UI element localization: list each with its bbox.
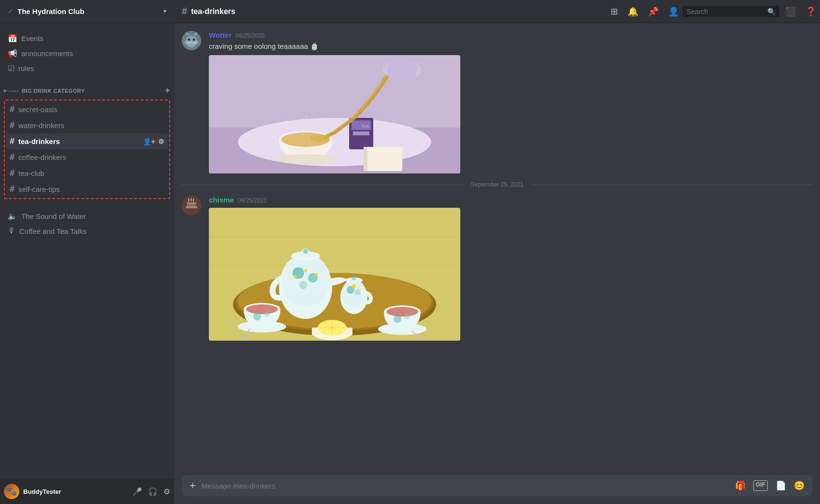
sidebar-item-announcements[interactable]: 📢 announcements (4, 46, 170, 61)
avatar (182, 31, 201, 50)
settings-icon[interactable]: ⚙ (163, 487, 170, 496)
sidebar-item-label: coffee-drinkers (18, 153, 164, 161)
sidebar-item-label: rules (18, 64, 166, 72)
date-separator: September 25, 2021 (182, 181, 812, 188)
hash-icon: # (10, 168, 15, 178)
channel-hash-icon: # (182, 6, 187, 17)
message-content: chisme 09/25/2021 (209, 196, 812, 341)
channel-group-big-drink: # secret-oasis # water-drinkers # tea-dr… (4, 100, 170, 199)
svg-rect-23 (388, 60, 417, 79)
checkbox-icon: ☑ (8, 64, 15, 73)
message-text: craving some oolong teaaaaaa 🍵 (209, 41, 812, 51)
message-timestamp: 09/25/2021 (238, 197, 267, 204)
svg-rect-27 (364, 147, 367, 171)
server-checkmark: ✓ (8, 7, 14, 15)
sidebar-item-label: Events (21, 34, 166, 43)
svg-point-59 (253, 313, 261, 320)
sidebar-item-label: self-care-tips (18, 185, 164, 193)
svg-point-4 (189, 39, 190, 41)
avatar: 🐾 (4, 484, 19, 499)
sidebar-item-label: tea-club (18, 169, 164, 177)
megaphone-icon: 📢 (8, 49, 17, 58)
message-image-oolong: TEA (209, 55, 460, 173)
messages-container: Wotter 06/25/2020 craving some oolong te… (174, 23, 820, 467)
separator-date: September 25, 2021 (471, 181, 524, 188)
sidebar-item-label: tea-drinkers (18, 137, 139, 145)
chat-area: Wotter 06/25/2020 craving some oolong te… (174, 23, 820, 504)
channel-header: # tea-drinkers (174, 0, 611, 23)
sidebar-item-label: announcements (21, 49, 166, 58)
search-bar[interactable]: Search 🔍 (683, 6, 779, 17)
upload-icon[interactable]: 📄 (776, 480, 786, 491)
extra-header-icons: ⬛ ❓ (785, 6, 816, 17)
sidebar-item-tea-club[interactable]: # tea-club (6, 165, 168, 181)
members-icon[interactable]: 👤 (668, 6, 679, 17)
search-icon: 🔍 (767, 8, 776, 15)
emoji-icon[interactable]: 😊 (794, 480, 805, 491)
svg-point-24 (310, 134, 330, 142)
bell-icon[interactable]: 🔔 (628, 6, 638, 17)
message-group: Wotter 06/25/2020 craving some oolong te… (182, 31, 812, 173)
svg-point-60 (264, 311, 270, 317)
sidebar-item-events[interactable]: 📅 Events (4, 31, 170, 46)
channel-header-name: tea-drinkers (191, 7, 235, 16)
voice-channels-section: 🔈 The Sound of Water 🎙 Coffee and Tea Ta… (0, 201, 174, 240)
svg-point-45 (304, 269, 307, 272)
svg-point-54 (352, 284, 356, 288)
svg-point-8 (190, 42, 192, 43)
gift-icon[interactable]: 🎁 (735, 480, 746, 491)
svg-point-65 (386, 307, 418, 317)
svg-rect-26 (364, 147, 402, 171)
inbox-icon[interactable]: ⬛ (785, 6, 796, 17)
gif-button[interactable]: GIF (753, 480, 768, 491)
microphone-icon[interactable]: 🎤 (132, 487, 142, 496)
message-group: chisme 09/25/2021 (182, 196, 812, 341)
user-name: BuddyTester (23, 488, 129, 495)
avatar-image: 🐾 (4, 484, 19, 499)
message-content: Wotter 06/25/2020 craving some oolong te… (209, 31, 812, 173)
svg-point-18 (274, 154, 337, 164)
sidebar-item-coffee-drinkers[interactable]: # coffee-drinkers (6, 149, 168, 165)
calendar-icon: 📅 (8, 34, 17, 43)
sidebar-item-secret-oasis[interactable]: # secret-oasis (6, 101, 168, 117)
hash-icon: # (10, 136, 15, 146)
sidebar-item-label: water-drinkers (18, 121, 164, 130)
category-label: BIG DRINK CATEGORY (22, 88, 85, 94)
sidebar-item-tea-drinkers[interactable]: # tea-drinkers 👤+ ⚙ (6, 133, 168, 149)
message-author: chisme (209, 196, 234, 204)
sidebar-item-rules[interactable]: ☑ rules (4, 61, 170, 76)
message-image-teaset (209, 208, 460, 341)
hash-icon: # (10, 152, 15, 162)
message-input[interactable] (202, 482, 729, 490)
help-icon[interactable]: ❓ (805, 6, 816, 17)
svg-point-70 (417, 337, 423, 340)
category-add-icon[interactable]: + (165, 86, 170, 96)
sidebar-item-self-care-tips[interactable]: # self-care-tips (6, 181, 168, 197)
chat-input-wrapper: + 🎁 GIF 📄 😊 (182, 475, 812, 496)
sidebar-item-label: Coffee and Tea Talks (19, 227, 166, 235)
chevron-down-icon: ▾ (163, 8, 166, 14)
chat-input-icons: 🎁 GIF 📄 😊 (735, 480, 805, 491)
sidebar-item-sound-of-water[interactable]: 🔈 The Sound of Water (4, 209, 170, 224)
svg-rect-30 (187, 202, 196, 204)
message-timestamp: 06/25/2020 (235, 32, 264, 39)
hash-icon: # (10, 120, 15, 130)
hash-icon: # (10, 104, 15, 115)
sidebar-top-section: 📅 Events 📢 announcements ☑ rules (0, 23, 174, 78)
add-attachment-icon[interactable]: + (190, 479, 196, 492)
message-author: Wotter (209, 31, 232, 39)
svg-point-56 (351, 275, 356, 280)
add-member-icon[interactable]: 👤+ (143, 138, 155, 145)
sidebar-item-water-drinkers[interactable]: # water-drinkers (6, 117, 168, 133)
headphones-icon[interactable]: 🎧 (148, 487, 158, 496)
main-content: 📅 Events 📢 announcements ☑ rules ▸ -----… (0, 23, 820, 504)
sidebar-item-coffee-tea-talks[interactable]: 🎙 Coffee and Tea Talks (4, 224, 170, 238)
svg-point-61 (238, 321, 286, 332)
svg-point-53 (355, 289, 361, 295)
channels-icon[interactable]: ⊞ (611, 6, 618, 17)
svg-point-51 (342, 279, 366, 308)
pin-icon[interactable]: 📌 (648, 6, 659, 17)
server-name-area[interactable]: ✓ The Hydration Club ▾ (0, 0, 174, 23)
settings-icon[interactable]: ⚙ (158, 138, 164, 145)
speaker-icon: 🔈 (8, 212, 17, 221)
